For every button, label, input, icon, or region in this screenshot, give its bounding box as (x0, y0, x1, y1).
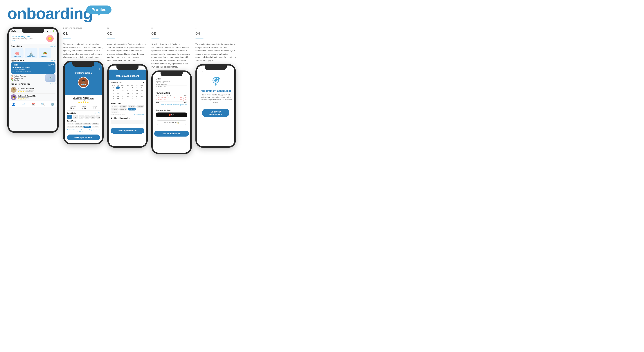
col2-label: 02 (107, 27, 148, 29)
cal-d16[interactable]: 16 (116, 92, 120, 95)
cal-d8[interactable]: 8 (110, 89, 116, 92)
date-see-all[interactable]: See All (94, 112, 100, 114)
additional-info-input[interactable] (110, 120, 144, 124)
cal-d18[interactable]: 18 (125, 92, 130, 95)
make-appointment-btn-3[interactable]: Make Appointment (154, 131, 189, 137)
time-chip-1100[interactable]: 11:00 AM (92, 123, 99, 125)
cal-d1[interactable]: 1 (110, 86, 116, 89)
doctor-card-2[interactable]: 👩‍⚕️ Dr. Hannah James M.D. Urologist Spe… (11, 94, 56, 101)
t-1000[interactable]: 10:00 AM (128, 105, 136, 107)
cal-d15[interactable]: 15 (110, 92, 116, 95)
make-appointment-btn-1[interactable]: Make Appointment (67, 134, 100, 140)
cal-d29[interactable]: 29 (110, 97, 116, 100)
spec-neurology[interactable]: 🧠 NEUROLOGY (11, 48, 24, 58)
time-chip-1300[interactable]: 01:00 PM (75, 126, 83, 128)
extra-urgency[interactable]: Urgency Appointment (156, 80, 187, 83)
cal-d26[interactable]: 26 (130, 95, 135, 97)
cal-d20[interactable]: 20 (134, 92, 139, 95)
specialities-see-all[interactable]: See All (50, 45, 56, 47)
request-sched-link[interactable]: Request Schedule (134, 114, 144, 115)
cal-d3[interactable]: 3 (120, 86, 125, 89)
add-card-btn[interactable]: Add Card Details 🔒 (156, 120, 187, 125)
extra-referral[interactable]: Require Referral (156, 83, 187, 86)
cal-d14[interactable]: 14 (139, 89, 144, 92)
record-results[interactable]: ✅ Results (11, 79, 44, 81)
time-chip-1000[interactable]: 10:00 AM (83, 123, 91, 125)
cal-d19[interactable]: 19 (130, 92, 135, 95)
cal-d11[interactable]: 11 (125, 89, 130, 92)
cal-row-3: 15 16 17 18 19 20 21 (110, 92, 144, 95)
compare-link[interactable]: compare to doctors in your area, get a q… (156, 104, 187, 105)
column-1: DOCTORS PROFILES 01 The doctor's profile… (63, 27, 104, 144)
cal-d24[interactable]: 24 (120, 95, 125, 97)
t-1200[interactable]: 12:00 PM (110, 108, 119, 110)
cal-d4[interactable]: 4 (125, 86, 130, 89)
phone2-share[interactable]: ↑ (143, 67, 144, 69)
doctor-card-1[interactable]: 👨‍⚕️ Dr. James Nissar M.D. Gastroenterol… (11, 86, 56, 94)
t-1400[interactable]: 02:00 PM (128, 108, 136, 110)
make-appointment-btn-2[interactable]: Make Appointment (110, 128, 144, 134)
record-medical[interactable]: 📋 Medical Records (11, 75, 44, 77)
nav-chat-icon[interactable]: ✉️ (22, 102, 25, 106)
cal-d6[interactable]: 6 (134, 86, 139, 89)
edit-link[interactable]: Edit (12, 40, 45, 41)
cal-d21[interactable]: 21 (139, 92, 144, 95)
time-chip-1200[interactable]: 12:00 PM (67, 126, 74, 128)
cal-d25[interactable]: 25 (125, 95, 130, 97)
appointments-see-all[interactable]: See All (50, 59, 56, 61)
nav-settings-icon[interactable]: ⚙️ (51, 102, 54, 106)
cal-d9[interactable]: 9 (116, 89, 120, 92)
nav-search-icon[interactable]: 🔍 (41, 102, 45, 106)
cal-d23[interactable]: 23 (116, 95, 120, 97)
cal-d10[interactable]: 10 (120, 89, 125, 92)
share-icon[interactable]: ↑ (99, 68, 100, 70)
cal-d22[interactable]: 22 (110, 95, 116, 97)
nav-calendar-icon[interactable]: 📅 (31, 102, 35, 106)
phone2-back[interactable]: ← (110, 67, 113, 69)
cal-d12[interactable]: 12 (130, 89, 135, 92)
cal-d34[interactable]: 3 (134, 97, 139, 100)
date-chip-5[interactable]: SAT20 (96, 115, 100, 119)
cal-d31[interactable]: 31 (120, 97, 125, 100)
date-chip-4[interactable]: FRI17 (90, 115, 96, 119)
date-chip-2[interactable]: WED15 (78, 115, 84, 119)
time-chip-0900[interactable]: 09:00 AM (75, 123, 83, 125)
date-chip-1[interactable]: TUE14 (73, 115, 78, 119)
back-arrow[interactable]: ✕ (67, 68, 69, 70)
cal-d17[interactable]: 17 (120, 92, 125, 95)
apple-pay-btn[interactable]: 🍎 Pay (156, 112, 187, 117)
t-1100[interactable]: 11:00 AM (136, 105, 144, 107)
extra-nhs[interactable]: NHS Affiliate Discount (156, 86, 187, 88)
cal-d32[interactable]: 1 (125, 97, 130, 100)
cal-d27[interactable]: 27 (134, 95, 139, 97)
phone4-close[interactable]: ✕ (201, 70, 203, 73)
t-1500[interactable]: 03:00 PM (110, 111, 119, 113)
cal-d35[interactable]: 4 (139, 97, 144, 100)
top-doctors-see-all[interactable]: See All (50, 83, 56, 85)
date-chip-0[interactable]: MON13 (67, 115, 72, 119)
cal-d28[interactable]: 28 (139, 95, 144, 97)
request-schedule-link[interactable]: Request Schedule (90, 129, 100, 131)
cal-d13[interactable]: 13 (134, 89, 139, 92)
nav-home-icon[interactable]: 👤 (12, 102, 16, 106)
spec-nutrition[interactable]: 🥗 NUTRITIO... (38, 48, 52, 58)
appointment-card[interactable]: Today 16:00 Dr. Hannah James M.D. Urolog… (11, 62, 56, 74)
cal-d7[interactable]: 7 (139, 86, 144, 89)
time-chip-1400[interactable]: 02:00 PM (84, 126, 91, 128)
go-to-appointments-btn[interactable]: Go to your appointments (202, 109, 229, 117)
record-prescriptions[interactable]: 💊 Prescriptions (11, 77, 44, 79)
t-0900[interactable]: 09:00 AM (119, 105, 127, 107)
home-phone: 15:51 ▲ ●●● 🔋 Good Morning, John (7, 27, 59, 133)
cal-d2[interactable]: 2 (116, 86, 120, 89)
t-0800[interactable]: 08:00 AM (110, 105, 119, 107)
spec-oncology[interactable]: 🔬 ONCOLOGY (24, 48, 38, 58)
t-1300[interactable]: 01:00 PM (119, 108, 127, 110)
cal-d30[interactable]: 30 (116, 97, 120, 100)
date-chip-3[interactable]: THU16 (84, 115, 90, 119)
cal-d5[interactable]: 5 (130, 86, 135, 89)
phone3-back[interactable]: ← (155, 73, 157, 75)
time-chip-0800[interactable]: 08:00 AM (67, 123, 74, 125)
cal-d33[interactable]: 2 (130, 97, 135, 100)
calendar-dropdown-icon[interactable]: ▼ (142, 82, 144, 84)
time-chip-1500[interactable]: 03:00 PM (92, 126, 99, 128)
